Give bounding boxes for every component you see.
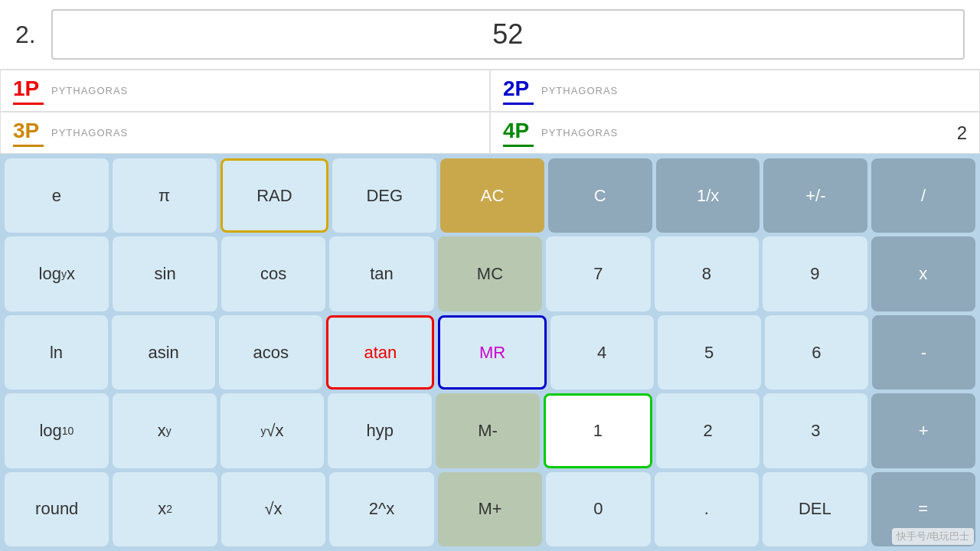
tan-button[interactable]: tan (329, 236, 433, 311)
yroot-button[interactable]: y√x (220, 393, 325, 468)
asin-button[interactable]: asin (112, 315, 215, 390)
nine-button[interactable]: 9 (763, 236, 867, 311)
mplus-button[interactable]: M+ (438, 472, 542, 546)
c-button[interactable]: C (548, 158, 652, 233)
seven-button[interactable]: 7 (546, 236, 650, 311)
calc-row-3: log10xyy√xhypM-123+ (5, 393, 975, 468)
calculator: eπRADDEGACC1/x+/-/logyxsincostanMC789xln… (0, 154, 980, 551)
panel-2p[interactable]: 2P PYTHAGORAS (490, 70, 980, 112)
calc-row-4: roundx2√x2^xM+0.DEL= (5, 472, 975, 546)
plus-button[interactable]: + (871, 393, 975, 468)
reciprocal-button[interactable]: 1/x (656, 158, 760, 233)
minus-button[interactable]: - (872, 315, 975, 390)
eight-button[interactable]: 8 (655, 236, 759, 311)
panel-4p[interactable]: 4P PYTHAGORAS 2 (490, 112, 980, 154)
panel-4p-value: 2 (957, 122, 967, 144)
calc-row-0: eπRADDEGACC1/x+/-/ (5, 158, 975, 233)
panel-3p[interactable]: 3P PYTHAGORAS (0, 112, 490, 154)
six-button[interactable]: 6 (765, 315, 868, 390)
log10-button[interactable]: log10 (5, 393, 109, 468)
one-button[interactable]: 1 (544, 393, 652, 468)
calc-row-1: logyxsincostanMC789x (5, 236, 975, 311)
atan-button[interactable]: atan (326, 315, 434, 390)
question-number: 2. (15, 21, 36, 49)
hyp-button[interactable]: hyp (328, 393, 432, 468)
panel-1p-label: PYTHAGORAS (51, 85, 128, 96)
watermark: 快手号/电玩巴士 (892, 528, 974, 545)
panel-3p-label: PYTHAGORAS (51, 127, 128, 139)
decimal-button[interactable]: . (655, 472, 759, 546)
negate-button[interactable]: +/- (763, 158, 867, 233)
panel-4p-label: PYTHAGORAS (541, 127, 618, 139)
acos-button[interactable]: acos (219, 315, 322, 390)
del-button[interactable]: DEL (763, 472, 867, 546)
panel-1p[interactable]: 1P PYTHAGORAS (0, 70, 490, 112)
twopowx-button[interactable]: 2^x (329, 472, 433, 546)
divide-button[interactable]: / (871, 158, 975, 233)
mr-button[interactable]: MR (438, 315, 546, 390)
ln-button[interactable]: ln (5, 315, 108, 390)
ac-button[interactable]: AC (440, 158, 544, 233)
mminus-button[interactable]: M- (436, 393, 540, 468)
sin-button[interactable]: sin (113, 236, 217, 311)
panel-2p-label: PYTHAGORAS (541, 85, 618, 96)
panels-section: 1P PYTHAGORAS 2P PYTHAGORAS 3P PYTHAGORA… (0, 69, 980, 154)
panel-1p-id: 1P (13, 77, 44, 101)
top-section: 2. 52 (0, 0, 980, 69)
rad-button[interactable]: RAD (220, 158, 329, 233)
mc-button[interactable]: MC (438, 236, 542, 311)
answer-box[interactable]: 52 (51, 9, 965, 60)
five-button[interactable]: 5 (658, 315, 761, 390)
e-button[interactable]: e (5, 158, 109, 233)
panel-4p-id: 4P (503, 119, 534, 143)
deg-button[interactable]: DEG (332, 158, 436, 233)
three-button[interactable]: 3 (763, 393, 867, 468)
round-button[interactable]: round (5, 472, 109, 546)
two-button[interactable]: 2 (656, 393, 760, 468)
four-button[interactable]: 4 (550, 315, 654, 390)
multiply-button[interactable]: x (871, 236, 975, 311)
zero-button[interactable]: 0 (546, 472, 650, 546)
pi-button[interactable]: π (113, 158, 217, 233)
xpowy-button[interactable]: xy (113, 393, 217, 468)
square-button[interactable]: x2 (113, 472, 217, 546)
sqrt-button[interactable]: √x (221, 472, 325, 546)
calc-row-2: lnasinacosatanMR456- (5, 315, 975, 390)
panel-3p-id: 3P (13, 119, 44, 143)
panel-2p-id: 2P (503, 77, 534, 101)
logy-button[interactable]: logyx (5, 236, 109, 311)
cos-button[interactable]: cos (221, 236, 325, 311)
